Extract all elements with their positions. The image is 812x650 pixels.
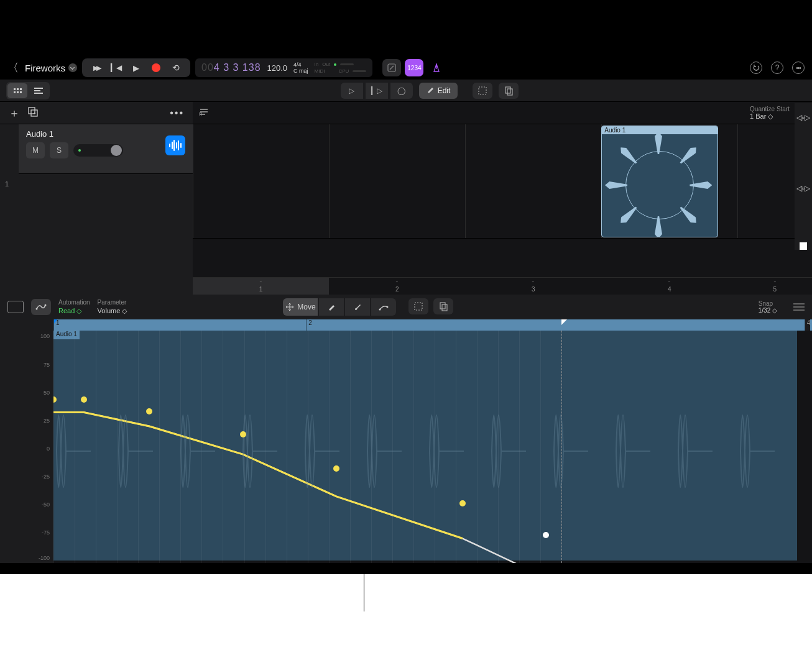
automation-mode-select[interactable]: Read ◇ xyxy=(58,307,90,315)
preview-play-button[interactable]: ▷ xyxy=(341,83,363,99)
svg-point-10 xyxy=(379,309,381,311)
display-mode-button[interactable]: 1234 xyxy=(405,59,423,76)
fast-forward-button[interactable] xyxy=(91,62,102,73)
automation-point[interactable] xyxy=(333,465,339,472)
drag-handle-icon[interactable] xyxy=(793,303,805,311)
play-button[interactable] xyxy=(131,62,142,73)
help-button[interactable]: ? xyxy=(771,62,783,74)
lcd-time-signature[interactable]: 4/4 xyxy=(293,62,308,68)
slider-knob[interactable] xyxy=(111,145,122,156)
pencil-tool-button[interactable] xyxy=(319,298,344,316)
scale-tick: 75 xyxy=(44,362,50,368)
grid-line xyxy=(223,331,223,563)
svg-rect-2 xyxy=(505,87,510,93)
add-track-button[interactable]: ＋ xyxy=(9,106,20,121)
mute-button[interactable]: M xyxy=(26,142,45,158)
svg-rect-13 xyxy=(440,303,445,309)
project-title[interactable]: Fireworks xyxy=(25,63,77,73)
automation-canvas[interactable]: 1 2 4 Audio 1 xyxy=(53,319,812,563)
track-header-row[interactable]: Audio 1 M S xyxy=(19,124,193,174)
solo-button[interactable]: S xyxy=(50,142,68,158)
chevron-down-icon[interactable] xyxy=(68,63,77,72)
automation-point[interactable] xyxy=(543,532,549,538)
track-more-button[interactable]: ••• xyxy=(170,108,184,119)
annotation-line-top xyxy=(732,7,732,56)
lcd-midi-label: MIDI xyxy=(315,68,325,74)
track-number: 1 xyxy=(5,180,9,188)
timeline-area[interactable]: R Quantize Start 1 Bar ◇ Audio 1 xyxy=(193,102,812,295)
track-header-toolbar: ＋ + ••• xyxy=(0,102,193,124)
undo-icon xyxy=(752,64,760,71)
automation-view-button[interactable] xyxy=(31,299,51,315)
grid-view-button[interactable] xyxy=(7,83,27,98)
chevron-up-icon: ⌃ xyxy=(773,280,777,286)
play-from-selection-button[interactable]: ▎▷ xyxy=(366,83,388,99)
automation-point[interactable] xyxy=(459,500,466,506)
annotation-area xyxy=(0,574,812,650)
audio-region[interactable]: Audio 1 xyxy=(601,126,718,237)
volume-slider[interactable] xyxy=(73,144,123,157)
cycle-button[interactable]: ⟲ xyxy=(170,62,182,73)
back-button[interactable]: 〈 xyxy=(7,60,19,75)
parameter-select[interactable]: Volume ◇ xyxy=(98,307,127,315)
automation-point[interactable] xyxy=(240,431,246,437)
automation-point[interactable] xyxy=(146,408,152,414)
svg-rect-14 xyxy=(442,304,447,311)
automation-editor: Automation Read ◇ Parameter Volume ◇ Mov… xyxy=(0,295,812,563)
move-tool-button[interactable]: Move xyxy=(283,298,318,316)
quantize-value[interactable]: 1 Bar ◇ xyxy=(750,112,790,121)
horizontal-zoom-button-2[interactable]: ◁▫▷ xyxy=(796,184,810,193)
duplicate-track-button[interactable]: + xyxy=(27,106,39,120)
undo-button[interactable] xyxy=(750,62,762,74)
waveform-transient xyxy=(53,339,91,563)
waveform-transient xyxy=(302,339,339,563)
selection-tool-button-2[interactable] xyxy=(408,298,428,314)
copy-tool-button[interactable] xyxy=(499,83,519,99)
selection-tool-button[interactable] xyxy=(473,83,492,99)
track-name[interactable]: Audio 1 xyxy=(26,129,185,139)
waveform-transient xyxy=(613,339,650,563)
list-markers-button[interactable]: R xyxy=(199,108,209,118)
brush-tool-button[interactable] xyxy=(345,298,370,316)
region-name-label: Audio 1 xyxy=(602,126,717,134)
record-button[interactable] xyxy=(150,62,162,73)
grid-icon xyxy=(14,88,22,93)
lcd-tempo[interactable]: 120.0 xyxy=(267,63,288,73)
horizontal-zoom-button[interactable]: ◁▫▷ xyxy=(796,113,810,122)
right-side-strip: ◁▫▷ ◁▫▷ xyxy=(795,103,812,250)
automation-ruler[interactable]: 1 2 4 xyxy=(53,319,812,331)
svg-rect-12 xyxy=(415,303,422,310)
copy-icon xyxy=(504,86,514,96)
scale-tick: 0 xyxy=(47,446,50,452)
sliders-icon xyxy=(34,88,43,94)
signal-indicator-icon xyxy=(78,149,81,152)
lcd-key[interactable]: C maj xyxy=(293,68,308,74)
edit-button[interactable]: Edit xyxy=(419,83,458,99)
go-to-start-button[interactable] xyxy=(111,62,122,73)
loop-record-button[interactable]: ◯ xyxy=(390,83,413,99)
mixer-view-button[interactable] xyxy=(29,83,48,98)
track-type-icon[interactable] xyxy=(165,135,185,155)
duplicate-icon: + xyxy=(27,106,39,117)
grid-line xyxy=(287,331,287,563)
bar-ruler[interactable]: ⌃1 ⌃2 ⌃3 ⌃4 ⌃5 xyxy=(193,277,812,295)
copy-tool-button-2[interactable] xyxy=(433,298,453,314)
catch-button[interactable] xyxy=(7,301,24,313)
snap-value-select[interactable]: 1/32 ◇ xyxy=(759,307,777,314)
stop-button[interactable] xyxy=(800,242,807,250)
waveform-transient xyxy=(427,339,464,563)
lcd-display[interactable]: 004 3 3 138 120.0 4/4 C maj InOut MIDICP… xyxy=(195,58,372,77)
more-options-button[interactable]: ••• xyxy=(792,62,805,74)
chevron-up-icon: ⌃ xyxy=(667,280,671,286)
lcd-position: 4 3 3 138 xyxy=(214,62,261,73)
metronome-button[interactable] xyxy=(427,59,446,76)
automation-point[interactable] xyxy=(81,396,87,403)
curve-tool-button[interactable] xyxy=(371,298,396,316)
waveform-transient xyxy=(178,339,215,563)
annotation-line xyxy=(364,574,364,611)
tuner-button[interactable] xyxy=(382,59,401,76)
grid-line xyxy=(477,331,478,563)
playhead-end-icon[interactable] xyxy=(561,319,567,331)
region-lane[interactable]: Audio 1 xyxy=(193,124,812,239)
metronome-icon xyxy=(431,63,441,73)
